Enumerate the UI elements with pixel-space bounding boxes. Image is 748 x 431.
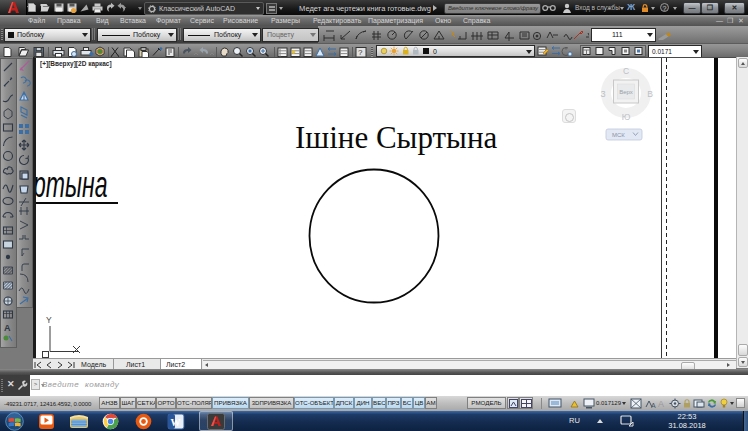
svg-text:Верх: Верх [619,89,633,95]
svg-text:A: A [651,402,656,409]
svg-text:A: A [658,399,664,409]
svg-text:Ю: Ю [622,112,631,122]
svg-text:Y: Y [46,315,52,325]
svg-text:З: З [600,89,605,99]
svg-text:W: W [171,417,181,428]
svg-text:A: A [4,323,11,333]
svg-text:С: С [623,66,629,76]
svg-text:В: В [647,89,653,99]
svg-text:МСК: МСК [612,132,625,138]
svg-text:Ішіне Сыртына: Ішіне Сыртына [295,120,497,155]
svg-text:?: ? [358,48,363,57]
svg-text:ртына: ртына [33,165,107,204]
